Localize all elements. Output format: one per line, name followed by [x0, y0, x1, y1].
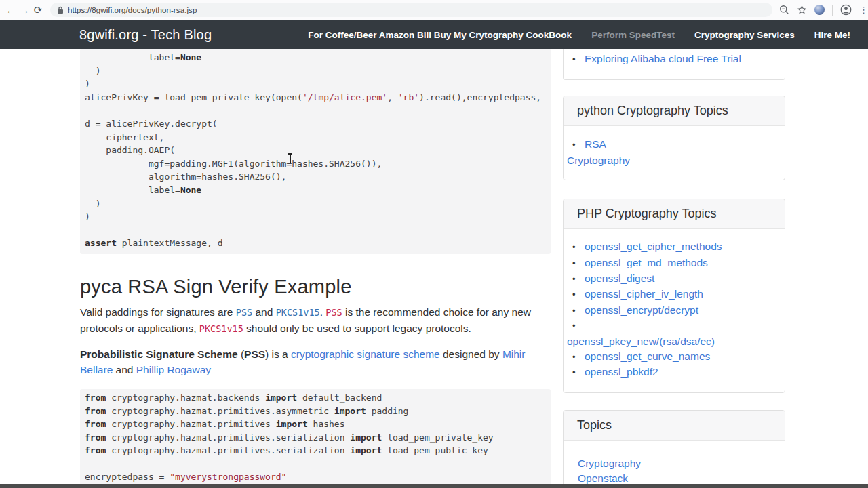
- inline-link[interactable]: cryptographic signature scheme: [291, 348, 440, 360]
- list-item: •Exploring Alibaba cloud Free Trial: [567, 52, 772, 67]
- text-segment: d = alicePrivKey.decrypt(: [85, 119, 218, 129]
- browser-toolbar: ← → ⟳ https://8gwifi.org/docs/python-rsa…: [0, 0, 868, 20]
- sidebar-link[interactable]: openssl_get_md_methods: [585, 256, 708, 270]
- bullet-icon: •: [572, 365, 577, 380]
- card-php-topics: PHP Cryptography Topics •openssl_get_cip…: [563, 199, 785, 393]
- list-item: •openssl_pbkdf2: [567, 365, 772, 380]
- avatar-icon[interactable]: [840, 4, 852, 16]
- inline-link[interactable]: PKCS1v15: [276, 307, 320, 318]
- bullet-icon: •: [572, 256, 577, 271]
- text-segment: from: [85, 406, 106, 416]
- code-line: encryptedpass = "myverystrongpassword": [85, 470, 546, 484]
- page-content: label=None ))alicePrivKey = load_pem_pri…: [0, 49, 868, 488]
- python-topics-list: •RSACryptography: [564, 126, 785, 180]
- zoom-icon[interactable]: [779, 5, 789, 15]
- text-segment: label=: [85, 185, 180, 195]
- list-item: •: [567, 319, 772, 333]
- python-topics-title: python Cryptography Topics: [564, 96, 785, 126]
- forward-icon[interactable]: →: [18, 4, 31, 16]
- code-line: padding.OAEP(: [85, 144, 546, 157]
- text-segment: designed by: [440, 348, 502, 360]
- text-segment: cryptography.hazmat.backends: [106, 392, 265, 403]
- nav-item-services[interactable]: Cryptography Services: [694, 30, 795, 40]
- text-segment: load_pem_public_key: [382, 445, 488, 455]
- url-bar[interactable]: https://8gwifi.org/docs/python-rsa.jsp: [50, 3, 772, 17]
- text-segment: and: [113, 364, 136, 375]
- site-brand[interactable]: 8gwifi.org - Tech Blog: [79, 27, 212, 43]
- text-segment: encryptedpass =: [85, 472, 170, 482]
- sidebar-link[interactable]: openssl_pbkdf2: [585, 365, 658, 380]
- nav-item-cookbook[interactable]: For Coffee/Beer Amazon Bill Buy My Cryto…: [308, 30, 572, 40]
- text-segment: should only be used to support legacy pr…: [243, 323, 471, 334]
- bullet-icon: •: [572, 350, 577, 365]
- text-segment: ): [85, 79, 90, 89]
- text-segment: import: [276, 419, 308, 429]
- sidebar-link[interactable]: Exploring Alibaba cloud Free Trial: [585, 52, 741, 66]
- code-line: from cryptography.hazmat.primitives.seri…: [85, 444, 546, 458]
- inline-link[interactable]: Phillip Rogaway: [136, 364, 211, 375]
- text-segment: mgf=padding.MGF1(algorithm=hashes.SHA256…: [85, 159, 382, 169]
- url-text: https://8gwifi.org/docs/python-rsa.jsp: [68, 6, 197, 14]
- list-item: •openssl_get_cipher_methods: [567, 239, 772, 255]
- text-segment: 'rb': [398, 92, 419, 102]
- menu-dots-icon[interactable]: ⋮: [859, 5, 868, 15]
- sidebar-link[interactable]: openssl_get_cipher_methods: [585, 239, 722, 254]
- text-segment: cryptography.hazmat.primitives.serializa…: [106, 432, 350, 443]
- inline-link[interactable]: PSS: [236, 307, 252, 318]
- toolbar-separator: [832, 5, 833, 16]
- code-line: label=None: [85, 184, 546, 197]
- text-segment: label=: [85, 52, 180, 62]
- list-item: Cryptography: [567, 153, 772, 168]
- star-icon[interactable]: [797, 5, 807, 15]
- code-line: from cryptography.hazmat.primitives.asym…: [85, 405, 546, 418]
- card-recent-posts: •Exploring Alibaba cloud Free Trial: [563, 49, 785, 80]
- sidebar-link[interactable]: openssl_cipher_iv_length: [585, 287, 703, 302]
- text-segment: (: [238, 348, 244, 360]
- text-segment: ,: [387, 92, 398, 102]
- text-segment: default_backend: [297, 392, 382, 403]
- code-line: ): [85, 64, 546, 78]
- topics-list: CryptographyOpenstack: [564, 441, 785, 488]
- site-navbar: 8gwifi.org - Tech Blog For Coffee/Beer A…: [0, 20, 868, 49]
- text-segment: alicePrivKey = load_pem_private_key(open…: [85, 92, 302, 102]
- text-segment: Probabilistic Signature Scheme: [80, 348, 238, 360]
- back-icon[interactable]: ←: [4, 4, 18, 16]
- nav-item-speedtest[interactable]: Perform SpeedTest: [591, 30, 675, 40]
- list-item: •openssl_get_curve_names: [567, 349, 772, 365]
- php-topics-list: •openssl_get_cipher_methods•openssl_get_…: [564, 229, 785, 392]
- nav-item-hire[interactable]: Hire Me!: [814, 30, 850, 40]
- code-line: label=None: [85, 51, 546, 64]
- recent-posts-list: •Exploring Alibaba cloud Free Trial: [564, 49, 785, 79]
- section-divider: [80, 264, 551, 264]
- sidebar-link[interactable]: openssl_get_curve_names: [585, 349, 710, 364]
- sidebar-link[interactable]: Cryptography: [567, 153, 630, 168]
- sidebar-link[interactable]: openssl_encrypt/decrypt: [585, 303, 698, 318]
- sidebar-link[interactable]: openssl_digest: [585, 271, 654, 286]
- text-segment: hashes: [308, 419, 345, 429]
- code-line: algorithm=hashes.SHA256(),: [85, 170, 546, 184]
- sidebar-link[interactable]: openssl_pkey_new/(rsa/dsa/ec): [567, 334, 715, 349]
- extension-sphere-icon[interactable]: [814, 5, 825, 15]
- sidebar-link[interactable]: Cryptography: [578, 456, 641, 471]
- code-line: [85, 104, 546, 117]
- reload-icon[interactable]: ⟳: [31, 4, 45, 16]
- list-item: •openssl_get_md_methods: [567, 256, 772, 271]
- text-segment: cryptography.hazmat.primitives.asymmetri…: [106, 406, 334, 416]
- text-segment: load_pem_private_key: [382, 432, 493, 443]
- sidebar-link[interactable]: RSA: [585, 137, 606, 152]
- text-segment: ): [85, 211, 90, 222]
- text-segment: from: [85, 445, 106, 455]
- code-line: from cryptography.hazmat.primitives impo…: [85, 418, 546, 431]
- code-line: ): [85, 210, 546, 224]
- list-item: Cryptography: [578, 456, 772, 471]
- bullet-icon: •: [572, 319, 577, 333]
- text-cursor: [287, 153, 293, 163]
- code-line: from cryptography.hazmat.primitives.seri…: [85, 431, 546, 445]
- code-line: ): [85, 197, 546, 211]
- text-segment: from: [85, 432, 106, 443]
- paragraph-paddings: Valid paddings for signatures are PSS an…: [80, 304, 551, 337]
- bullet-icon: •: [572, 272, 577, 287]
- text-segment: padding: [366, 406, 409, 416]
- bottom-video-strip: [0, 484, 868, 488]
- text-segment: PKCS1v15: [199, 323, 243, 334]
